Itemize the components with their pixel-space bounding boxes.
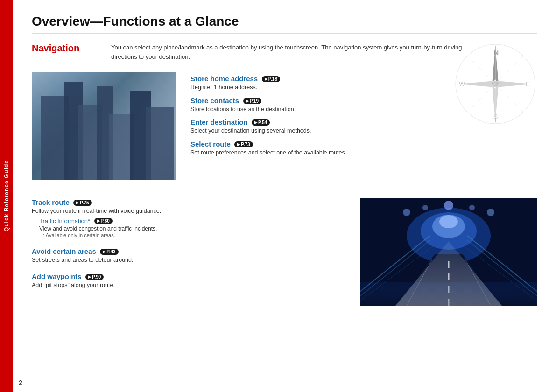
feature-select-route: Select route P.73 Set route preferences … <box>190 140 537 157</box>
feature-desc-track-route: Follow your route in real-time with voic… <box>32 207 346 216</box>
feature-track-route: Track route P.75 Follow your route in re… <box>32 198 346 239</box>
badge-select-route[interactable]: P.73 <box>234 141 253 147</box>
road-image <box>360 198 537 306</box>
feature-title-track-route: Track route <box>32 198 70 206</box>
traffic-info-section: Traffic Information* P.80 View and avoid… <box>39 217 346 238</box>
svg-point-15 <box>403 209 410 216</box>
svg-point-16 <box>422 205 428 210</box>
badge-store-contacts[interactable]: P.19 <box>243 98 261 104</box>
badge-add-waypoints[interactable]: P.90 <box>85 274 104 280</box>
traffic-footnote: *: Available only in certain areas. <box>41 232 346 238</box>
svg-point-17 <box>444 201 453 210</box>
svg-point-18 <box>469 205 475 210</box>
badge-store-home[interactable]: P.18 <box>262 76 280 82</box>
badge-avoid-areas[interactable]: P.43 <box>100 249 118 255</box>
building-image <box>32 72 176 180</box>
bottom-block: Track route P.75 Follow your route in re… <box>32 198 537 306</box>
navigation-intro: You can select any place/landmark as a d… <box>111 43 485 61</box>
feature-desc-enter-destination: Select your destination using several me… <box>190 127 537 135</box>
feature-title-store-home: Store home address <box>190 75 258 83</box>
sidebar-tab: Quick Reference Guide <box>0 0 13 392</box>
navigation-heading: Navigation <box>32 43 92 54</box>
feature-desc-avoid-areas: Set streets and areas to detour around. <box>32 256 346 265</box>
svg-point-4 <box>439 215 458 228</box>
feature-desc-add-waypoints: Add “pit stops” along your route. <box>32 281 346 290</box>
feature-desc-select-route: Set route preferences and select one of … <box>190 149 537 157</box>
svg-text:N: N <box>494 49 499 56</box>
page-title: Overview—Functions at a Glance <box>32 14 537 34</box>
feature-title-avoid-areas: Avoid certain areas <box>32 247 96 255</box>
feature-title-select-route: Select route <box>190 140 231 148</box>
feature-avoid-areas: Avoid certain areas P.43 Set streets and… <box>32 247 346 265</box>
sidebar-label: Quick Reference Guide <box>3 160 10 231</box>
badge-track-route[interactable]: P.75 <box>73 200 91 206</box>
traffic-desc: View and avoid congestion and traffic in… <box>39 225 346 232</box>
feature-title-store-contacts: Store contacts <box>190 97 239 105</box>
badge-traffic[interactable]: P.80 <box>94 218 113 224</box>
page-number: 2 <box>19 379 22 386</box>
feature-add-waypoints: Add waypoints P.90 Add “pit stops” along… <box>32 273 346 290</box>
svg-point-19 <box>487 209 494 216</box>
feature-title-add-waypoints: Add waypoints <box>32 273 82 280</box>
bottom-features: Track route P.75 Follow your route in re… <box>32 198 346 306</box>
feature-title-enter-destination: Enter destination <box>190 118 248 126</box>
compass-rose: N S E W <box>453 42 537 126</box>
svg-rect-20 <box>360 282 537 306</box>
traffic-title: Traffic Information* <box>39 217 90 224</box>
badge-enter-destination[interactable]: P.54 <box>252 119 270 126</box>
